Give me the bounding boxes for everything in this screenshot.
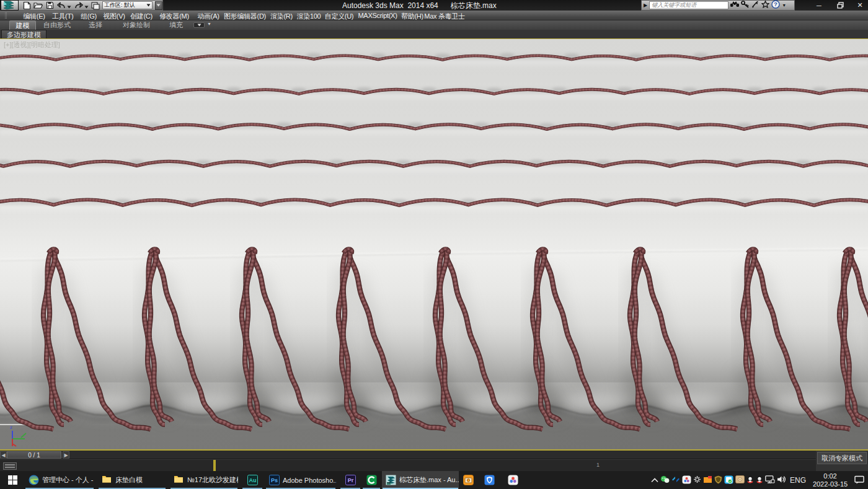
- svg-text:2014: 2014: [386, 483, 391, 485]
- svg-text:Ps: Ps: [271, 477, 278, 483]
- svg-text:Pr: Pr: [347, 477, 353, 483]
- svg-text:?: ?: [774, 1, 777, 7]
- svg-text:z: z: [10, 425, 12, 430]
- svg-text:[+][透视][明暗处理]: [+][透视][明暗处理]: [4, 41, 60, 48]
- svg-text:Au: Au: [249, 477, 256, 483]
